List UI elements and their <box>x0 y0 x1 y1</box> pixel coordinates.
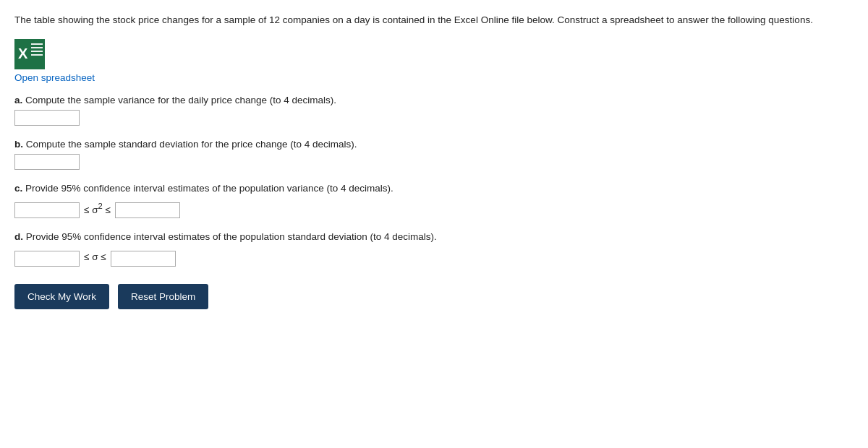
excel-line-2 <box>31 47 43 48</box>
question-d-label: d. Provide 95% confidence interval estim… <box>14 231 817 242</box>
variance-leq-sigma-sq-leq: ≤ σ2 ≤ <box>84 202 111 215</box>
reset-problem-button[interactable]: Reset Problem <box>118 284 208 309</box>
std-deviation-input[interactable] <box>14 154 80 170</box>
question-c-letter: c. <box>14 183 22 194</box>
variance-input[interactable] <box>14 110 80 126</box>
excel-icon: X <box>14 39 45 69</box>
intro-text: The table showing the stock price change… <box>14 13 817 27</box>
question-c-label: c. Provide 95% confidence interval estim… <box>14 183 817 194</box>
question-b-letter: b. <box>14 139 23 150</box>
excel-line-1 <box>31 43 43 45</box>
sigma-interval-row: ≤ σ ≤ <box>14 246 817 267</box>
variance-interval-row: ≤ σ2 ≤ <box>14 198 817 218</box>
excel-line-4 <box>31 54 43 56</box>
question-b-label: b. Compute the sample standard deviation… <box>14 139 817 150</box>
question-d-section: d. Provide 95% confidence interval estim… <box>14 231 817 267</box>
excel-x-letter: X <box>18 46 27 62</box>
excel-line-3 <box>31 51 43 52</box>
page-container: The table showing the stock price change… <box>0 0 839 324</box>
question-a-label: a. Compute the sample variance for the d… <box>14 95 817 105</box>
question-a-text: Compute the sample variance for the dail… <box>25 95 336 105</box>
sigma-leq-sigma-leq: ≤ σ ≤ <box>84 251 106 262</box>
excel-icon-container: X <box>14 39 817 69</box>
question-b-text: Compute the sample standard deviation fo… <box>26 139 357 150</box>
question-a-section: a. Compute the sample variance for the d… <box>14 95 817 126</box>
sigma-lower-input[interactable] <box>14 251 80 267</box>
question-a-letter: a. <box>14 95 22 105</box>
question-c-section: c. Provide 95% confidence interval estim… <box>14 183 817 218</box>
excel-icon-lines <box>31 43 43 56</box>
question-c-text: Provide 95% confidence interval estimate… <box>25 183 393 194</box>
question-b-section: b. Compute the sample standard deviation… <box>14 139 817 170</box>
question-d-letter: d. <box>14 231 23 242</box>
check-my-work-button[interactable]: Check My Work <box>14 284 109 309</box>
sigma-upper-input[interactable] <box>111 251 176 267</box>
variance-lower-input[interactable] <box>14 202 80 218</box>
open-spreadsheet-link[interactable]: Open spreadsheet <box>14 72 817 83</box>
button-row: Check My Work Reset Problem <box>14 284 817 309</box>
variance-upper-input[interactable] <box>115 202 180 218</box>
question-d-text: Provide 95% confidence interval estimate… <box>26 231 437 242</box>
